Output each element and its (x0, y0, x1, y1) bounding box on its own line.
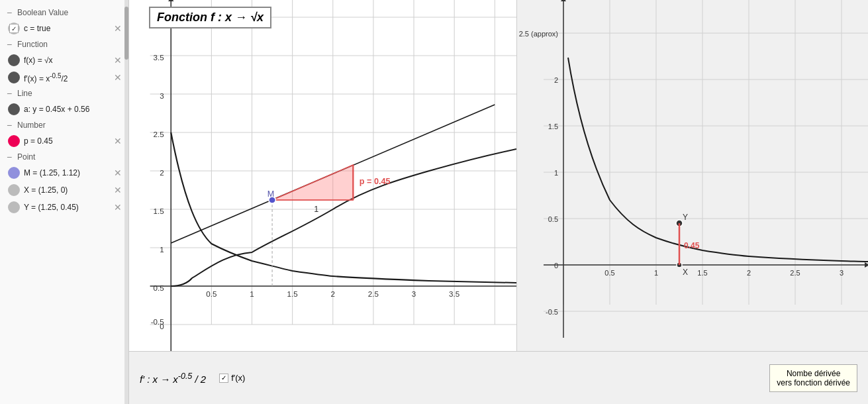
point-Y-close[interactable]: ✕ (113, 202, 123, 213)
svg-text:0.5: 0.5 (548, 215, 558, 223)
svg-rect-48 (517, 0, 868, 351)
svg-text:M: M (267, 189, 275, 199)
number-p-close[interactable]: ✕ (113, 136, 123, 146)
svg-text:1: 1 (654, 269, 658, 277)
point-X-label: X = (1.25, 0) (24, 185, 109, 195)
svg-text:2.5 (approx): 2.5 (approx) (519, 30, 558, 38)
svg-text:2.5: 2.5 (790, 269, 800, 277)
left-chart: Fonction f : x → √x (129, 0, 517, 351)
info-title: Nombe dérivée (777, 369, 850, 378)
number-p-dot[interactable] (8, 135, 20, 147)
svg-text:2.5: 2.5 (368, 290, 379, 298)
function-fpx-label: f′(x) = x-0.5/2 (24, 72, 109, 83)
section-line: − Line (0, 86, 128, 101)
section-boolean-label: Boolean Value (17, 8, 68, 17)
svg-text:0: 0 (554, 262, 558, 270)
svg-text:2: 2 (331, 290, 335, 298)
svg-text:1.5: 1.5 (697, 269, 707, 277)
svg-text:3: 3 (412, 290, 416, 298)
derivative-formula: f′ : x → x-0.5 / 2 (140, 372, 206, 385)
function-item-fx: f(x) = √x ✕ (0, 52, 128, 69)
bottom-panel: f′ : x → x-0.5 / 2 ✓ f′(x) Nombe dérivée… (129, 351, 868, 404)
svg-text:3: 3 (840, 269, 844, 277)
collapse-number-icon[interactable]: − (5, 121, 13, 129)
number-item-p: p = 0.45 ✕ (0, 132, 128, 150)
main-area: Fonction f : x → √x (129, 0, 868, 404)
boolean-circle[interactable]: ✓ (8, 23, 20, 34)
function-fpx-dot[interactable] (8, 72, 20, 83)
scrollbar-track (124, 0, 128, 404)
svg-text:-0.5: -0.5 (546, 308, 558, 316)
function-item-fpx: f′(x) = x-0.5/2 ✕ (0, 69, 128, 86)
point-M-close[interactable]: ✕ (113, 168, 123, 178)
info-box: Nombe dérivée vers fonction dérivée (769, 364, 857, 392)
svg-marker-66 (561, 0, 566, 1)
fx-checkbox[interactable]: ✓ (219, 374, 228, 383)
svg-text:2: 2 (160, 169, 164, 177)
checkbox-c[interactable]: ✓ (9, 24, 19, 33)
svg-text:2: 2 (554, 76, 558, 84)
collapse-line-icon[interactable]: − (5, 89, 13, 97)
section-point-label: Point (17, 152, 35, 162)
boolean-item-c: ✓ c = true ✕ (0, 20, 128, 37)
collapse-function-icon[interactable]: − (5, 40, 13, 48)
collapse-point-icon[interactable]: − (5, 153, 13, 161)
line-item-a: a: y = 0.45x + 0.56 (0, 101, 128, 118)
svg-text:0.5: 0.5 (604, 269, 614, 277)
section-number-label: Number (17, 121, 46, 130)
function-fpx-close[interactable]: ✕ (113, 72, 123, 83)
fx-checkbox-label: f′(x) (231, 373, 245, 383)
svg-text:1.5: 1.5 (154, 207, 164, 215)
svg-marker-22 (168, 0, 173, 1)
boolean-c-close[interactable]: ✕ (113, 23, 123, 34)
svg-text:1.5: 1.5 (548, 123, 558, 130)
charts-container: Fonction f : x → √x (129, 0, 868, 351)
svg-text:3.5: 3.5 (449, 290, 459, 298)
checkbox-fx-label-group[interactable]: ✓ f′(x) (219, 373, 245, 383)
svg-text:0.5: 0.5 (154, 284, 164, 292)
point-M-dot[interactable] (8, 167, 20, 179)
right-chart-svg: 0 0.5 1 1.5 2 2.5 (approx) -0.5 0.5 1 1.… (517, 0, 868, 351)
sidebar: − Boolean Value ✓ c = true ✕ − Function … (0, 0, 129, 404)
point-Y-label: Y = (1.25, 0.45) (24, 203, 109, 212)
point-item-Y: Y = (1.25, 0.45) ✕ (0, 199, 128, 216)
svg-text:2.5: 2.5 (154, 130, 164, 138)
line-a-label: a: y = 0.45x + 0.56 (24, 105, 123, 114)
section-point: − Point (0, 150, 128, 164)
point-X-close[interactable]: ✕ (113, 185, 123, 195)
scrollbar-thumb[interactable] (124, 7, 128, 60)
collapse-boolean-icon[interactable]: − (5, 9, 13, 17)
right-chart: 0 0.5 1 1.5 2 2.5 (approx) -0.5 0.5 1 1.… (517, 0, 868, 351)
section-function: − Function (0, 37, 128, 52)
svg-text:0.45: 0.45 (684, 241, 700, 250)
svg-rect-0 (129, 0, 516, 351)
section-number: − Number (0, 118, 128, 132)
point-M-label: M = (1.25, 1.12) (24, 168, 109, 177)
svg-text:0.5: 0.5 (206, 290, 217, 298)
svg-text:-0.5: -0.5 (151, 318, 164, 326)
formula-box: Fonction f : x → √x (149, 7, 271, 28)
svg-text:1: 1 (160, 246, 164, 254)
function-fx-dot[interactable] (8, 54, 20, 66)
number-p-label: p = 0.45 (24, 136, 109, 146)
section-boolean-value: − Boolean Value (0, 5, 128, 20)
info-subtitle: vers fonction dérivée (777, 378, 850, 387)
svg-text:3: 3 (160, 92, 164, 100)
function-fx-label: f(x) = √x (24, 56, 109, 65)
function-fx-close[interactable]: ✕ (113, 55, 123, 66)
svg-text:p = 0.45: p = 0.45 (360, 177, 391, 186)
svg-text:1: 1 (314, 205, 318, 214)
point-X-dot[interactable] (8, 184, 20, 196)
svg-text:X: X (683, 268, 688, 277)
svg-text:3.5: 3.5 (154, 54, 164, 62)
point-Y-dot[interactable] (8, 201, 20, 213)
point-item-X: X = (1.25, 0) ✕ (0, 181, 128, 199)
svg-text:1: 1 (554, 169, 558, 177)
section-line-label: Line (17, 89, 32, 98)
line-a-dot[interactable] (8, 103, 20, 115)
boolean-c-label: c = true (24, 24, 109, 33)
point-item-M: M = (1.25, 1.12) ✕ (0, 164, 128, 181)
svg-text:1.5: 1.5 (287, 290, 298, 298)
section-function-label: Function (17, 40, 48, 49)
left-chart-svg: 0 0.5 1 1.5 2 2.5 3 3.5 -0.5 0.5 1 1.5 2… (129, 0, 516, 351)
